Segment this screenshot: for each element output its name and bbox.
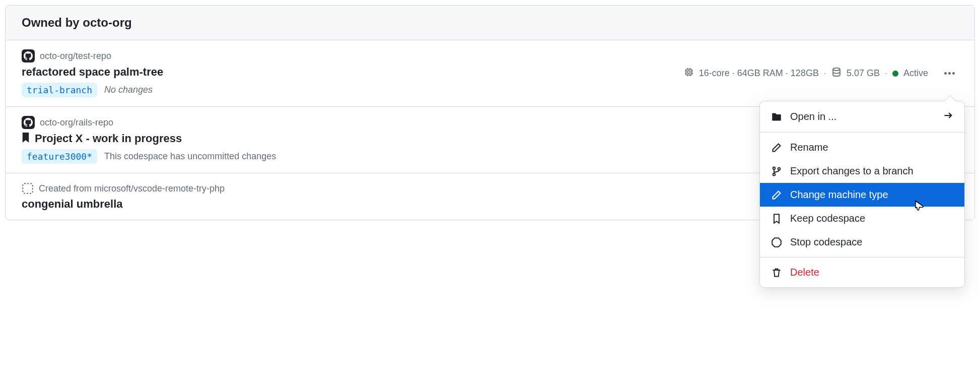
- menu-label: Open in ...: [790, 111, 836, 122]
- repo-name[interactable]: octo-org/rails-repo: [40, 117, 113, 128]
- template-icon: [22, 182, 34, 195]
- svg-point-8: [773, 167, 776, 169]
- menu-keep[interactable]: Keep codespace: [760, 207, 964, 225]
- menu-label: Keep codespace: [790, 213, 865, 224]
- svg-rect-5: [23, 183, 33, 194]
- pencil-icon: [771, 190, 782, 200]
- cpu-icon: [684, 67, 694, 80]
- status-text: Active: [903, 68, 928, 79]
- git-branch-icon: [771, 166, 782, 176]
- folder-icon: [771, 112, 782, 122]
- svg-rect-0: [686, 69, 691, 75]
- storage-text: 5.07 GB: [847, 68, 880, 79]
- change-note: This codespace has uncommitted changes: [104, 151, 276, 162]
- svg-point-10: [778, 167, 781, 170]
- kebab-menu-button[interactable]: [940, 65, 958, 83]
- menu-rename[interactable]: Rename: [760, 136, 964, 159]
- menu-open-in[interactable]: Open in ...: [760, 104, 964, 129]
- branch-chip[interactable]: feature3000*: [22, 149, 97, 164]
- branch-chip[interactable]: trial-branch: [22, 83, 97, 97]
- menu-separator: [760, 132, 964, 133]
- svg-rect-1: [687, 71, 690, 74]
- menu-change-machine[interactable]: Change machine type: [760, 183, 964, 207]
- repo-name[interactable]: octo-org/test-repo: [40, 51, 111, 61]
- bookmark-icon: [22, 133, 30, 145]
- menu-label: Export changes to a branch: [790, 165, 914, 177]
- bookmark-icon: [771, 214, 782, 224]
- database-icon: [831, 67, 842, 80]
- menu-label: Change machine type: [790, 189, 888, 201]
- pencil-icon: [771, 143, 782, 153]
- arrow-right-icon: [943, 110, 953, 123]
- specs-text: 16-core · 64GB RAM · 128GB: [699, 68, 819, 79]
- codespace-name[interactable]: refactored space palm-tree: [22, 66, 163, 79]
- github-icon: [22, 116, 35, 129]
- source-text: Created from microsoft/vscode-remote-try…: [39, 183, 225, 194]
- menu-export-branch[interactable]: Export changes to a branch: [760, 159, 964, 183]
- menu-label: Rename: [790, 142, 828, 153]
- panel-title: Owned by octo-org: [22, 16, 958, 30]
- codespace-name[interactable]: Project X - work in progress: [35, 132, 182, 145]
- svg-point-2: [833, 68, 840, 71]
- codespace-name[interactable]: congenial umbrella: [22, 198, 123, 211]
- codespace-row: octo-org/test-repo refactored space palm…: [6, 40, 974, 107]
- separator-dot: ·: [824, 68, 826, 79]
- svg-point-9: [773, 173, 776, 176]
- panel-header: Owned by octo-org: [6, 6, 974, 40]
- actions-dropdown: Open in ... Rename Export changes to a b…: [759, 101, 965, 225]
- separator-dot: ·: [885, 68, 887, 79]
- status-dot-icon: [892, 71, 898, 77]
- change-note: No changes: [104, 85, 153, 95]
- github-icon: [22, 49, 35, 62]
